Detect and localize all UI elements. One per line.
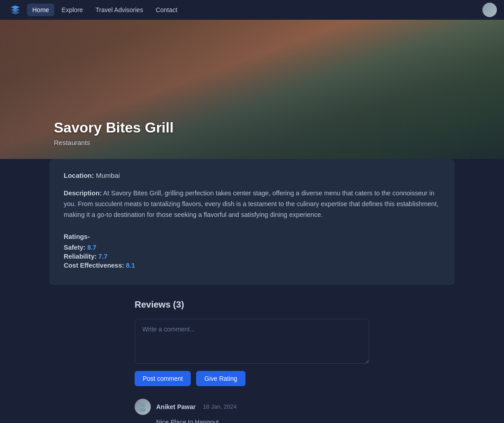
user-avatar[interactable] — [482, 3, 497, 17]
nav-contact[interactable]: Contact — [150, 4, 183, 16]
rating-cost: Cost Effectiveness: 8.1 — [64, 262, 440, 269]
ratings-title: Ratings- — [64, 233, 440, 240]
nav-travel-advisories[interactable]: Travel Advisories — [90, 4, 149, 16]
description-label: Description: — [64, 189, 102, 197]
rating-safety-value: 8.7 — [87, 244, 96, 251]
hero-section: Savory Bites Grill Restaurants — [0, 20, 504, 159]
location-line: Location: Mumbai — [64, 172, 440, 179]
review-text: Nice Place to Hangout — [135, 419, 369, 423]
rating-reliability: Reliability: 7.7 — [64, 253, 440, 260]
hero-title: Savory Bites Grill — [54, 119, 450, 136]
location-city: Mumbai — [96, 172, 120, 179]
rating-safety: Safety: 8.7 — [64, 244, 440, 251]
review-date: 18 Jan, 2024 — [203, 403, 237, 410]
svg-point-0 — [141, 403, 145, 407]
description-content: At Savory Bites Grill, grilling perfecti… — [64, 189, 438, 218]
nav-links: Home Explore Travel Advisories Contact — [27, 4, 482, 16]
info-card: Location: Mumbai Description: At Savory … — [49, 159, 455, 285]
nav-explore[interactable]: Explore — [56, 4, 88, 16]
svg-point-1 — [140, 408, 146, 412]
rating-cost-value: 8.1 — [126, 262, 135, 269]
description-block: Description: At Savory Bites Grill, gril… — [64, 188, 440, 220]
navbar: Home Explore Travel Advisories Contact — [0, 0, 504, 20]
reviews-heading: Reviews (3) — [135, 300, 369, 310]
post-comment-button[interactable]: Post comment — [135, 371, 191, 386]
review-item: Aniket Pawar 18 Jan, 2024 Nice Place to … — [135, 399, 369, 423]
comment-textarea[interactable] — [135, 319, 369, 364]
rating-cost-label: Cost Effectiveness: — [64, 262, 124, 269]
reviews-section: Reviews (3) Post comment Give Rating Ani… — [135, 300, 369, 423]
nav-home[interactable]: Home — [27, 4, 54, 16]
ratings-section: Ratings- Safety: 8.7 Reliability: 7.7 Co… — [64, 233, 440, 269]
rating-reliability-label: Reliability: — [64, 253, 96, 260]
button-row: Post comment Give Rating — [135, 371, 369, 386]
rating-safety-label: Safety: — [64, 244, 85, 251]
reviewer-name: Aniket Pawar — [156, 403, 196, 410]
hero-subtitle: Restaurants — [54, 139, 450, 146]
give-rating-button[interactable]: Give Rating — [196, 371, 245, 386]
review-header: Aniket Pawar 18 Jan, 2024 — [135, 399, 369, 415]
rating-reliability-value: 7.7 — [98, 253, 107, 260]
reviewer-avatar — [135, 399, 151, 415]
hero-overlay: Savory Bites Grill Restaurants — [0, 109, 504, 159]
location-label: Location: — [64, 172, 94, 179]
site-logo[interactable] — [7, 2, 23, 18]
